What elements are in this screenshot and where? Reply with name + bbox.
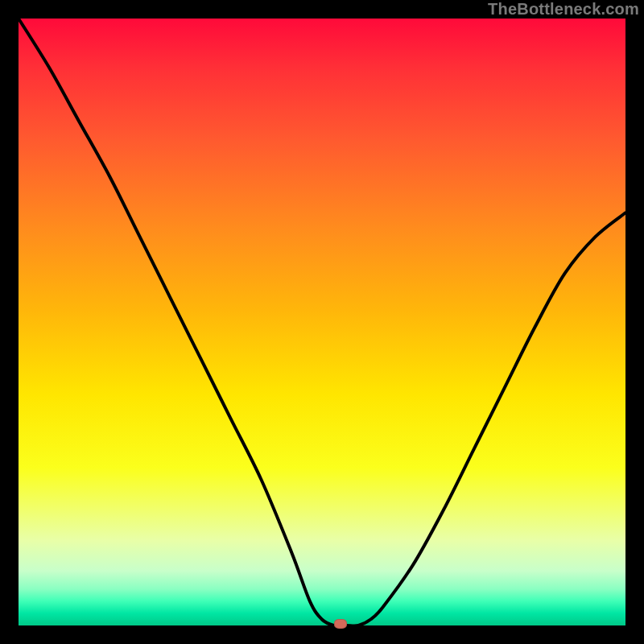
curve-path xyxy=(19,19,625,626)
plot-area xyxy=(19,19,625,625)
chart-frame: TheBottleneck.com xyxy=(0,0,644,644)
bottleneck-curve xyxy=(19,19,625,625)
watermark-text: TheBottleneck.com xyxy=(488,0,639,19)
minimum-marker xyxy=(334,619,347,629)
